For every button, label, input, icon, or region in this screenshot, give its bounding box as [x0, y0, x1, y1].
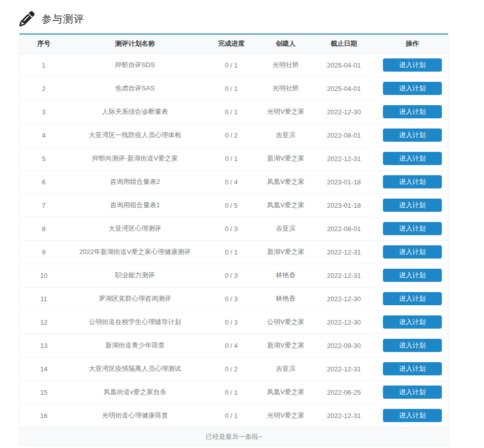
table-header: 序号 测评计划名称 完成进度 创建人 截止日期 操作	[20, 35, 448, 53]
cell-progress: 0 / 1	[202, 147, 261, 170]
cell-creator: 吉亚滨	[261, 217, 311, 240]
cell-progress: 0 / 3	[202, 264, 261, 287]
cell-progress: 0 / 2	[202, 357, 261, 380]
enter-plan-button[interactable]: 进入计划	[383, 152, 442, 165]
cell-progress: 0 / 1	[202, 240, 261, 264]
cell-deadline: 2022-12-31	[311, 357, 377, 380]
cell-deadline: 2025-04-01	[311, 77, 377, 100]
cell-no: 1	[20, 53, 68, 77]
page-title: 参与测评	[42, 12, 84, 26]
cell-progress: 0 / 4	[202, 170, 261, 194]
cell-creator: 凤凰V爱之家	[261, 194, 311, 217]
cell-plan-name: 2022年新湖街道V爱之家心理健康测评	[68, 240, 202, 264]
enter-plan-button[interactable]: 进入计划	[383, 222, 442, 235]
header-deadline: 截止日期	[311, 35, 377, 53]
cell-plan-name: 咨询用组合量表2	[68, 170, 202, 194]
cell-progress: 0 / 5	[202, 194, 261, 217]
table-row: 2焦虑自评SAS0 / 1光明社矫2025-04-01进入计划	[20, 77, 448, 100]
cell-deadline: 2022-12-30	[311, 310, 377, 334]
cell-action: 进入计划	[377, 170, 448, 194]
cell-deadline: 2022-12-31	[311, 404, 377, 427]
table-row: 7咨询用组合量表10 / 5凤凰V爱之家2023-01-18进入计划	[20, 194, 448, 217]
cell-plan-name: 大亚湾区一线防疫人员心理体检	[68, 123, 202, 147]
cell-progress: 0 / 3	[202, 287, 261, 310]
cell-action: 进入计划	[377, 53, 448, 77]
cell-progress: 0 / 1	[202, 380, 261, 404]
cell-action: 进入计划	[377, 123, 448, 147]
enter-plan-button[interactable]: 进入计划	[383, 409, 442, 422]
cell-plan-name: 公明街道在校学生心理辅导计划	[68, 310, 202, 334]
cell-creator: 凤凰V爱之家	[261, 170, 311, 194]
enter-plan-button[interactable]: 进入计划	[383, 129, 442, 142]
enter-plan-button[interactable]: 进入计划	[383, 105, 442, 118]
cell-creator: 林艳香	[261, 287, 311, 310]
enter-plan-button[interactable]: 进入计划	[383, 315, 442, 329]
enter-plan-button[interactable]: 进入计划	[383, 245, 442, 259]
cell-plan-name: 抑郁向测评-新湖街道V爱之家	[68, 147, 202, 170]
table-row: 10职业能力测评0 / 3林艳香2022-12-31进入计划	[20, 264, 448, 287]
cell-deadline: 2022-12-31	[311, 240, 377, 264]
table-row: 15凤凰街道v爱之家自杀0 / 1凤凰V爱之家2022-06-25进入计划	[20, 380, 448, 404]
cell-action: 进入计划	[377, 77, 448, 100]
cell-creator: 光明V爱之家	[261, 404, 311, 427]
cell-deadline: 2022-12-31	[311, 264, 377, 287]
cell-no: 15	[20, 380, 68, 404]
enter-plan-button[interactable]: 进入计划	[383, 362, 442, 375]
enter-plan-button[interactable]: 进入计划	[383, 58, 442, 72]
cell-plan-name: 大亚湾区心理测评	[68, 217, 202, 240]
end-of-list-note: 已经是最后一条啦~	[20, 428, 448, 445]
cell-plan-name: 罗湖区党群心理咨询测评	[68, 287, 202, 310]
header-action: 操作	[377, 35, 448, 53]
table-row: 6咨询用组合量表20 / 4凤凰V爱之家2023-01-18进入计划	[20, 170, 448, 194]
cell-no: 13	[20, 334, 68, 357]
cell-plan-name: 咨询用组合量表1	[68, 194, 202, 217]
enter-plan-button[interactable]: 进入计划	[383, 292, 442, 305]
cell-progress: 0 / 1	[202, 77, 261, 100]
cell-plan-name: 光明街道心理健康筛查	[68, 404, 202, 427]
cell-action: 进入计划	[377, 194, 448, 217]
table-row: 5抑郁向测评-新湖街道V爱之家0 / 1新湖V爱之家2022-12-31进入计划	[20, 147, 448, 170]
enter-plan-button[interactable]: 进入计划	[383, 269, 442, 282]
cell-deadline: 2022-12-31	[311, 147, 377, 170]
cell-no: 2	[20, 77, 68, 100]
header-creator: 创建人	[261, 35, 311, 53]
page-header: 参与测评	[19, 9, 448, 28]
cell-action: 进入计划	[377, 217, 448, 240]
table-row: 13新湖街道青少年筛查0 / 4新湖V爱之家2022-09-30进入计划	[20, 334, 448, 357]
cell-deadline: 2023-01-18	[311, 170, 377, 194]
cell-no: 12	[20, 310, 68, 334]
cell-no: 11	[20, 287, 68, 310]
cell-no: 16	[20, 404, 68, 427]
cell-creator: 公明V爱之家	[261, 310, 311, 334]
cell-no: 3	[20, 100, 68, 123]
enter-plan-button[interactable]: 进入计划	[383, 339, 442, 352]
cell-progress: 0 / 1	[202, 53, 261, 77]
cell-no: 7	[20, 194, 68, 217]
cell-action: 进入计划	[377, 404, 448, 427]
enter-plan-button[interactable]: 进入计划	[383, 82, 442, 95]
table-row: 4大亚湾区一线防疫人员心理体检0 / 2吉亚滨2022-08-01进入计划	[20, 123, 448, 147]
cell-action: 进入计划	[377, 334, 448, 357]
cell-creator: 光明V爱之家	[261, 100, 311, 123]
cell-creator: 新湖V爱之家	[261, 240, 311, 264]
cell-creator: 新湖V爱之家	[261, 334, 311, 357]
table-row: 12公明街道在校学生心理辅导计划0 / 3公明V爱之家2022-12-30进入计…	[20, 310, 448, 334]
cell-no: 5	[20, 147, 68, 170]
cell-action: 进入计划	[377, 380, 448, 404]
cell-creator: 吉亚滨	[261, 123, 311, 147]
table-row: 16光明街道心理健康筛查0 / 1光明V爱之家2022-12-31进入计划	[20, 404, 448, 427]
cell-deadline: 2022-08-01	[311, 217, 377, 240]
cell-progress: 0 / 1	[202, 100, 261, 123]
enter-plan-button[interactable]: 进入计划	[383, 199, 442, 212]
cell-deadline: 2022-06-25	[311, 380, 377, 404]
cell-no: 4	[20, 123, 68, 147]
cell-creator: 新湖V爱之家	[261, 147, 311, 170]
cell-creator: 光明社矫	[261, 53, 311, 77]
cell-creator: 林艳香	[261, 264, 311, 287]
enter-plan-button[interactable]: 进入计划	[383, 175, 442, 188]
enter-plan-button[interactable]: 进入计划	[383, 386, 442, 399]
cell-plan-name: 凤凰街道v爱之家自杀	[68, 380, 202, 404]
cell-action: 进入计划	[377, 287, 448, 310]
header-progress: 完成进度	[202, 35, 261, 53]
cell-action: 进入计划	[377, 310, 448, 334]
